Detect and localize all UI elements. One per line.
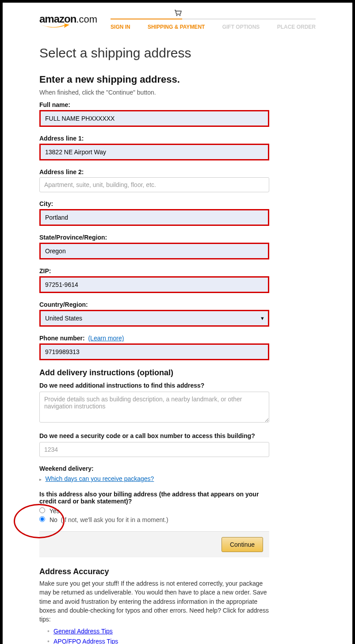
city-label: City:	[39, 200, 316, 207]
step-place-order: PLACE ORDER	[277, 24, 316, 30]
zip-input[interactable]	[39, 276, 269, 293]
full-name-input[interactable]	[39, 110, 269, 127]
zip-label: ZIP:	[39, 267, 316, 274]
checkout-progress: SIGN IN SHIPPING & PAYMENT GIFT OPTIONS …	[111, 16, 316, 30]
step-sign-in: SIGN IN	[111, 24, 130, 30]
cart-icon	[174, 10, 182, 19]
amazon-smile-icon	[39, 23, 70, 29]
step-shipping-payment: SHIPPING & PAYMENT	[148, 24, 205, 30]
billing-no-label: No	[50, 516, 57, 523]
checkout-header: amazon.com SIGN IN SHIPPING & PAYMENT GI…	[39, 11, 316, 30]
billing-yes-label: Yes	[50, 507, 60, 514]
phone-learn-more-link[interactable]: (Learn more)	[88, 335, 124, 342]
billing-no-radio[interactable]	[39, 516, 45, 522]
phone-label: Phone number: (Learn more)	[39, 335, 316, 342]
address2-input[interactable]	[39, 177, 269, 192]
instructions-question: Do we need additional instructions to fi…	[39, 382, 316, 389]
state-input[interactable]	[39, 243, 269, 259]
form-heading: Enter a new shipping address.	[39, 74, 316, 85]
state-label: State/Province/Region:	[39, 234, 316, 241]
instructions-textarea[interactable]	[39, 392, 269, 423]
step-gift-options: GIFT OPTIONS	[222, 24, 260, 30]
security-code-input[interactable]	[39, 442, 269, 457]
weekend-link[interactable]: Which days can you receive packages?	[45, 475, 154, 482]
address1-input[interactable]	[39, 144, 269, 160]
svg-point-0	[176, 15, 178, 16]
country-select[interactable]: United States	[39, 310, 269, 327]
billing-yes-radio[interactable]	[39, 507, 45, 513]
security-question: Do we need a security code or a call box…	[39, 432, 316, 439]
caret-right-icon: ▸	[39, 477, 42, 482]
accuracy-heading: Address Accuracy	[39, 567, 316, 576]
phone-input[interactable]	[39, 343, 269, 360]
continue-bar: Continue	[39, 531, 269, 557]
address1-label: Address line 1:	[39, 135, 316, 142]
address2-label: Address line 2:	[39, 168, 316, 175]
svg-point-1	[179, 15, 181, 16]
billing-question: Is this address also your billing addres…	[39, 491, 269, 505]
amazon-logo[interactable]: amazon.com	[39, 13, 97, 29]
billing-no-hint: (If not, we'll ask you for it in a momen…	[61, 516, 168, 523]
delivery-heading: Add delivery instructions (optional)	[39, 368, 316, 377]
city-input[interactable]	[39, 209, 269, 226]
full-name-label: Full name:	[39, 101, 316, 108]
form-subtext: When finished, click the "Continue" butt…	[39, 89, 316, 96]
apo-fpo-address-tips-link[interactable]: APO/FPO Address Tips	[53, 638, 118, 644]
country-label: Country/Region:	[39, 301, 316, 308]
accuracy-text: Make sure you get your stuff! If the add…	[39, 579, 269, 624]
general-address-tips-link[interactable]: General Address Tips	[53, 628, 113, 635]
continue-button[interactable]: Continue	[221, 537, 263, 552]
weekend-label: Weekend delivery:	[39, 465, 316, 472]
page-title: Select a shipping address	[39, 46, 316, 61]
